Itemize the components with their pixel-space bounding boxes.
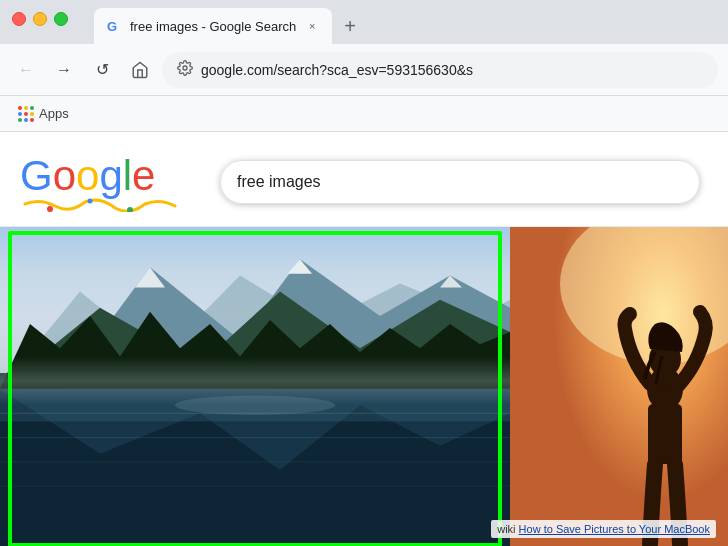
maximize-button[interactable] xyxy=(54,12,68,26)
main-content: Google free images xyxy=(0,132,728,546)
active-tab[interactable]: G free images - Google Search × xyxy=(94,8,332,44)
svg-rect-24 xyxy=(648,404,682,464)
tab-close-button[interactable]: × xyxy=(304,18,320,34)
minimize-button[interactable] xyxy=(33,12,47,26)
apps-bookmark[interactable]: Apps xyxy=(10,102,77,126)
svg-point-1 xyxy=(183,66,187,70)
svg-point-4 xyxy=(127,207,133,212)
watermark-prefix: wiki xyxy=(497,523,515,535)
landscape-scene xyxy=(0,227,510,546)
traffic-lights xyxy=(12,12,68,26)
bookmarks-bar: Apps xyxy=(0,96,728,132)
address-settings-icon xyxy=(177,60,193,79)
forward-button[interactable]: → xyxy=(48,54,80,86)
side-image xyxy=(510,227,728,546)
svg-point-3 xyxy=(88,199,93,204)
google-logo-text: Google xyxy=(20,152,155,199)
apps-label: Apps xyxy=(39,106,69,121)
watermark-link: How to Save Pictures to Your MacBook xyxy=(519,523,710,535)
home-button[interactable] xyxy=(124,54,156,86)
main-landscape-image xyxy=(0,227,510,546)
close-button[interactable] xyxy=(12,12,26,26)
svg-point-2 xyxy=(47,206,53,212)
new-tab-button[interactable]: + xyxy=(336,12,364,40)
tab-favicon: G xyxy=(106,18,122,34)
wikihow-watermark: wiki How to Save Pictures to Your MacBoo… xyxy=(491,520,716,538)
address-text: google.com/search?sca_esv=593156630&s xyxy=(201,62,703,78)
search-query: free images xyxy=(237,173,321,191)
tab-title: free images - Google Search xyxy=(130,19,296,34)
search-bar[interactable]: free images xyxy=(220,160,700,204)
navigation-bar: ← → ↺ google.com/search?sca_esv=59315663… xyxy=(0,44,728,96)
google-logo: Google xyxy=(20,152,200,212)
lake xyxy=(0,389,510,546)
mist xyxy=(0,357,510,406)
main-image-container[interactable] xyxy=(0,227,510,546)
address-bar[interactable]: google.com/search?sca_esv=593156630&s xyxy=(162,52,718,88)
lake-reflection-svg xyxy=(0,389,510,546)
svg-text:G: G xyxy=(107,19,117,34)
apps-grid-icon xyxy=(18,106,34,122)
reload-button[interactable]: ↺ xyxy=(86,54,118,86)
person-image-svg xyxy=(510,227,728,546)
title-bar: G free images - Google Search × + xyxy=(0,0,728,44)
google-header: Google free images xyxy=(0,132,728,227)
back-button[interactable]: ← xyxy=(10,54,42,86)
images-section xyxy=(0,227,728,546)
